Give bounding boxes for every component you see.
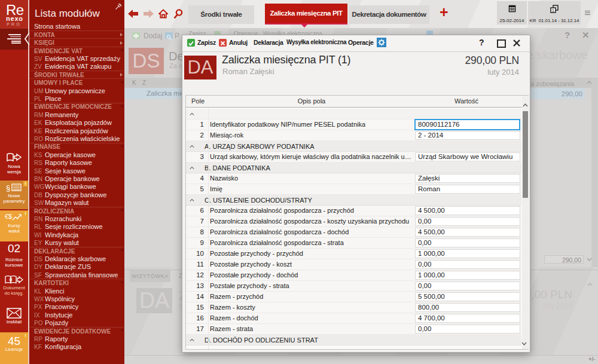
svg-text:€$: €$ — [5, 213, 12, 220]
svg-text:0: 0 — [10, 277, 13, 283]
svg-text:1: 1 — [552, 8, 554, 13]
svg-text:§: § — [6, 183, 10, 192]
